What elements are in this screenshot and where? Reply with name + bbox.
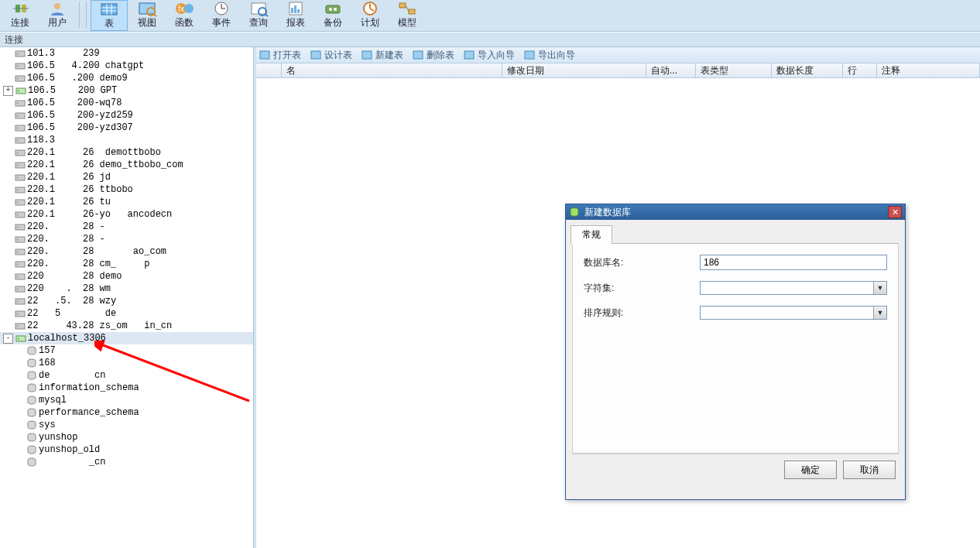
- server-node[interactable]: 106.5 .200 demo9: [0, 72, 253, 84]
- server-node[interactable]: 220. 28 ao_com: [0, 245, 253, 258]
- tab-general[interactable]: 常规: [571, 225, 612, 244]
- server-node[interactable]: +106.5 200 GPT: [0, 84, 253, 97]
- toolbar-event-button[interactable]: 事件: [204, 0, 239, 29]
- database-node[interactable]: _cn: [0, 456, 253, 468]
- svg-point-75: [17, 301, 19, 303]
- server-icon: [15, 122, 26, 133]
- node-label: de cn: [39, 369, 105, 382]
- svg-point-3: [54, 3, 60, 9]
- toolbar-plan-button[interactable]: 计划: [352, 0, 388, 29]
- export-wizard-button[interactable]: 导出向导: [524, 49, 575, 62]
- toolbar-query-button[interactable]: 查询: [241, 0, 276, 29]
- server-node[interactable]: 106.5 200-wq78: [0, 97, 253, 109]
- svg-rect-36: [15, 63, 25, 69]
- column-header[interactable]: 注释: [877, 63, 980, 77]
- server-node[interactable]: 220. 28 cm_ p: [0, 258, 253, 270]
- toolbar-model-button[interactable]: 模型: [389, 0, 425, 29]
- svg-rect-76: [15, 311, 25, 317]
- db-name-input[interactable]: [700, 255, 887, 270]
- new-table-button[interactable]: 新建表: [362, 49, 403, 62]
- database-node[interactable]: 157: [0, 344, 253, 357]
- server-node[interactable]: 220.1 26 ttbobo: [0, 183, 253, 196]
- server-icon: [15, 48, 26, 59]
- svg-rect-54: [15, 175, 25, 180]
- server-node[interactable]: 106.5 200-yzd307: [0, 122, 253, 134]
- server-node[interactable]: 220. 28 -: [0, 221, 253, 233]
- toolbar-function-label: 函数: [175, 17, 194, 28]
- ok-button[interactable]: 确定: [784, 461, 837, 479]
- column-header[interactable]: [256, 63, 282, 77]
- charset-combo[interactable]: ▼: [700, 281, 887, 295]
- server-node[interactable]: 220.1 26 tu: [0, 196, 253, 208]
- database-node[interactable]: mysql: [0, 394, 253, 406]
- toolbar-report-button[interactable]: 报表: [278, 0, 314, 29]
- charset-input[interactable]: [700, 281, 887, 295]
- server-node[interactable]: 22 .5. 28 wzy: [0, 295, 253, 307]
- svg-rect-58: [15, 200, 25, 205]
- database-node[interactable]: 168: [0, 357, 253, 369]
- svg-point-69: [17, 264, 19, 265]
- chevron-down-icon[interactable]: ▼: [873, 307, 886, 319]
- server-node[interactable]: 220 28 demo: [0, 270, 253, 283]
- view-icon: [134, 0, 160, 17]
- dialog-buttons: 确定 取消: [566, 454, 905, 485]
- toolbar-user-button[interactable]: 用户: [39, 0, 75, 29]
- column-header[interactable]: 行: [843, 63, 877, 77]
- collation-combo[interactable]: ▼: [700, 306, 887, 320]
- database-node[interactable]: performance_schema: [0, 406, 253, 419]
- database-node[interactable]: yunshop_old: [0, 444, 253, 456]
- server-node[interactable]: 22 5 de: [0, 307, 253, 320]
- server-node[interactable]: 220.1 26 demo_ttbobo_com: [0, 159, 253, 171]
- column-header[interactable]: 自动...: [646, 63, 696, 77]
- database-node[interactable]: information_schema: [0, 382, 253, 394]
- server-node[interactable]: 220.1 26-yo ancodecn: [0, 208, 253, 221]
- toolbar-backup-button[interactable]: 备份: [315, 0, 351, 29]
- column-header[interactable]: 修改日期: [502, 63, 646, 77]
- open-table-button[interactable]: 打开表: [259, 49, 301, 62]
- connection-tree[interactable]: 101.3 239106.5 4.200 chatgpt106.5 .200 d…: [0, 47, 253, 548]
- server-node[interactable]: 101.3 239: [0, 47, 253, 60]
- server-node[interactable]: 220 . 28 wm: [0, 283, 253, 295]
- column-header[interactable]: 数据长度: [772, 63, 843, 77]
- toolbar-table-button[interactable]: 表: [91, 0, 128, 31]
- main-toolbar: 连接用户表视图fx函数事件查询报表备份计划模型: [0, 0, 980, 32]
- toolbar-view-button[interactable]: 视图: [129, 0, 165, 29]
- svg-point-43: [17, 103, 19, 104]
- toolbar-model-label: 模型: [398, 17, 416, 28]
- import-wizard-button[interactable]: 导入向导: [464, 49, 515, 62]
- toolbar-function-button[interactable]: fx函数: [166, 0, 202, 29]
- column-header[interactable]: 名: [282, 63, 502, 77]
- server-node[interactable]: 106.5 200-yzd259: [0, 109, 253, 122]
- database-node[interactable]: sys: [0, 419, 253, 431]
- server-node[interactable]: 106.5 4.200 chatgpt: [0, 60, 253, 72]
- design-table-button[interactable]: 设计表: [310, 49, 352, 62]
- server-node[interactable]: 22 43.28 zs_om in_cn: [0, 320, 253, 332]
- collation-input[interactable]: [700, 306, 887, 320]
- server-node[interactable]: 220.1 26 demottbobo: [0, 146, 253, 159]
- column-header[interactable]: 表类型: [696, 63, 772, 77]
- database-node[interactable]: yunshop: [0, 431, 253, 444]
- node-label: 220. 28 cm_ p: [27, 258, 149, 270]
- toolbar-report-label: 报表: [286, 17, 305, 28]
- dialog-close-button[interactable]: ✕: [888, 206, 902, 218]
- server-icon: [15, 172, 26, 183]
- cancel-button[interactable]: 取消: [843, 461, 896, 479]
- node-label: 157: [39, 344, 56, 357]
- node-label: 220.1 26 jd: [27, 171, 111, 183]
- delete-table-button[interactable]: 删除表: [413, 49, 454, 62]
- chevron-down-icon[interactable]: ▼: [873, 282, 886, 294]
- server-node[interactable]: -localhost_3306: [0, 332, 253, 344]
- dialog-titlebar[interactable]: 新建数据库 ✕: [566, 204, 905, 220]
- toolbar-backup-label: 备份: [324, 17, 342, 28]
- svg-rect-95: [413, 51, 423, 59]
- database-node[interactable]: de cn: [0, 369, 253, 382]
- expand-icon[interactable]: +: [3, 86, 13, 96]
- server-node[interactable]: 220.1 26 jd: [0, 171, 253, 183]
- node-label: _cn: [39, 456, 105, 468]
- server-node[interactable]: 220. 28 -: [0, 233, 253, 245]
- node-label: performance_schema: [39, 406, 139, 419]
- toolbar-connect-button[interactable]: 连接: [2, 0, 38, 29]
- open-table-icon: [259, 50, 270, 60]
- collapse-icon[interactable]: -: [3, 334, 13, 344]
- server-node[interactable]: 118.3: [0, 134, 253, 146]
